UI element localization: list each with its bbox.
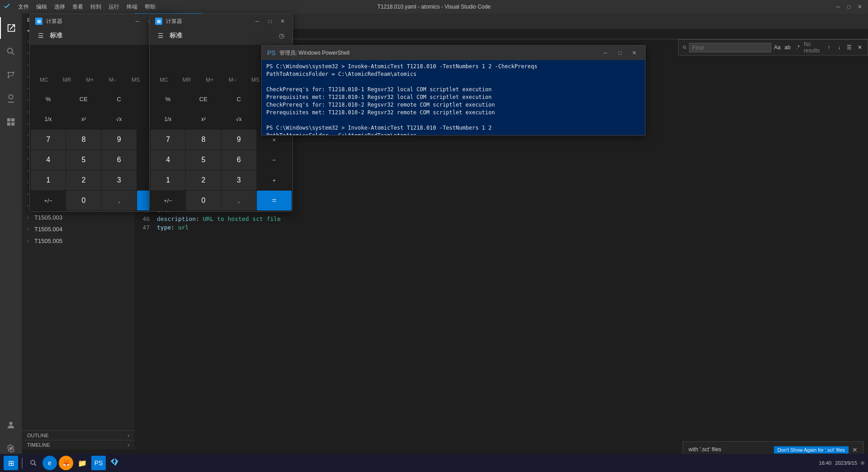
calc1-mplus[interactable]: M+ — [79, 74, 100, 86]
calc2-square[interactable]: x² — [186, 109, 221, 129]
calc1-7[interactable]: 7 — [31, 130, 66, 150]
timeline-header[interactable]: TIMELINE › — [22, 440, 135, 449]
tree-item-T1505004[interactable]: ›T1505.004 — [22, 224, 135, 235]
calc2-4[interactable]: 4 — [151, 150, 185, 170]
find-case-sensitive[interactable]: Aa — [773, 42, 782, 52]
calc1-mc[interactable]: MC — [33, 74, 55, 86]
taskbar-search[interactable] — [26, 456, 41, 470]
notification-action[interactable]: Don't Show Again for '.sct' files — [774, 446, 849, 453]
calc1-1[interactable]: 1 — [31, 170, 66, 190]
calc2-close[interactable]: ✕ — [278, 17, 287, 26]
notification-close[interactable]: ✕ — [852, 446, 858, 453]
outline-chevron[interactable]: › — [127, 433, 129, 438]
calc2-decimal[interactable]: . — [222, 191, 256, 210]
calc2-minus[interactable]: − — [257, 150, 292, 170]
calc2-6[interactable]: 6 — [222, 150, 256, 170]
calc1-percent[interactable]: % — [31, 89, 66, 109]
calc1-square[interactable]: x² — [66, 109, 101, 129]
calc1-9[interactable]: 9 — [102, 130, 137, 150]
calc2-equals[interactable]: = — [257, 191, 292, 210]
taskbar-firefox[interactable]: 🦊 — [59, 456, 73, 470]
tree-item-T1505005[interactable]: ›T1505.005 — [22, 235, 135, 247]
activity-debug[interactable] — [0, 88, 22, 109]
activity-git[interactable] — [0, 64, 22, 86]
calc1-menu-btn[interactable]: ☰ — [35, 30, 46, 41]
calc1-ce[interactable]: CE — [66, 89, 101, 109]
menu-terminal[interactable]: 终端 — [123, 0, 141, 14]
calc2-9[interactable]: 9 — [222, 130, 256, 150]
find-regex[interactable]: .* — [793, 42, 802, 52]
calc1-6[interactable]: 6 — [102, 150, 137, 170]
calc2-0[interactable]: 0 — [186, 191, 221, 210]
activity-extensions[interactable] — [0, 111, 22, 133]
calc2-5[interactable]: 5 — [186, 150, 221, 170]
title-bar-menu[interactable]: 文件 编辑 选择 查看 转到 运行 终端 帮助 — [14, 0, 159, 14]
calc2-mr[interactable]: MR — [176, 74, 198, 86]
calc2-plus[interactable]: + — [257, 170, 292, 190]
taskbar-powershell[interactable]: PS — [91, 456, 106, 470]
activity-account[interactable] — [0, 414, 22, 436]
window-controls[interactable]: ─ □ ✕ — [834, 2, 864, 11]
calc2-reciprocal[interactable]: 1/x — [151, 109, 185, 129]
calc1-4[interactable]: 4 — [31, 150, 66, 170]
calc2-3[interactable]: 3 — [222, 170, 256, 190]
find-close[interactable]: ✕ — [855, 42, 864, 52]
win-minimize[interactable]: ─ — [834, 2, 843, 11]
find-whole-word[interactable]: ab — [783, 42, 792, 52]
calc1-0[interactable]: 0 — [66, 191, 101, 210]
calc1-3[interactable]: 3 — [102, 170, 137, 190]
taskbar-files[interactable]: 📁 — [75, 456, 90, 470]
calc1-ms[interactable]: MS — [125, 74, 146, 86]
menu-run[interactable]: 运行 — [105, 0, 123, 14]
calc2-history-icon[interactable]: ◷ — [276, 30, 287, 41]
calc2-mc[interactable]: MC — [153, 74, 175, 86]
ps-minimize[interactable]: ─ — [600, 47, 611, 58]
calc1-5[interactable]: 5 — [66, 150, 101, 170]
find-filter[interactable]: ☰ — [845, 42, 854, 52]
taskbar-edge[interactable]: e — [42, 456, 57, 470]
calc2-maximize[interactable]: □ — [265, 17, 274, 26]
calc1-reciprocal[interactable]: 1/x — [31, 109, 66, 129]
calc1-sqrt[interactable]: √x — [102, 109, 137, 129]
outline-header[interactable]: OUTLINE › — [22, 431, 135, 440]
calc2-menu-btn[interactable]: ☰ — [155, 30, 166, 41]
ps-maximize[interactable]: □ — [614, 47, 625, 58]
find-input[interactable] — [689, 43, 771, 52]
win-close[interactable]: ✕ — [855, 2, 864, 11]
menu-file[interactable]: 文件 — [14, 0, 33, 14]
calc1-minimize[interactable]: ─ — [133, 17, 142, 26]
calc1-mr[interactable]: MR — [57, 74, 78, 86]
menu-help[interactable]: 帮助 — [141, 0, 159, 14]
ps-close[interactable]: ✕ — [629, 47, 640, 58]
calc1-mminus[interactable]: M− — [102, 74, 123, 86]
calc1-c[interactable]: C — [102, 89, 137, 109]
menu-selection[interactable]: 选择 — [51, 0, 69, 14]
calc2-ce[interactable]: CE — [186, 89, 221, 109]
calc2-minimize[interactable]: ─ — [253, 17, 262, 26]
calc1-decimal[interactable]: . — [102, 191, 137, 210]
taskbar-vscode[interactable] — [108, 456, 122, 470]
calc2-percent[interactable]: % — [151, 89, 185, 109]
calc1-negate[interactable]: +/− — [31, 191, 66, 210]
calc2-sqrt[interactable]: √x — [222, 109, 256, 129]
tree-item-T1505003[interactable]: ›T1505.003 — [22, 212, 135, 224]
calc2-c[interactable]: C — [222, 89, 256, 109]
menu-view[interactable]: 查看 — [69, 0, 87, 14]
menu-edit[interactable]: 编辑 — [33, 0, 51, 14]
calc1-2[interactable]: 2 — [66, 170, 101, 190]
find-prev[interactable]: ↑ — [825, 42, 833, 52]
activity-explorer[interactable] — [0, 17, 22, 39]
taskbar-start[interactable]: ⊞ — [4, 456, 18, 470]
calc2-mplus[interactable]: M+ — [199, 74, 220, 86]
calc2-7[interactable]: 7 — [151, 130, 185, 150]
calc2-negate[interactable]: +/− — [151, 191, 185, 210]
menu-go[interactable]: 转到 — [87, 0, 105, 14]
calc2-8[interactable]: 8 — [186, 130, 221, 150]
timeline-chevron[interactable]: › — [127, 442, 129, 448]
calc2-mminus[interactable]: M− — [222, 74, 243, 86]
find-next[interactable]: ↓ — [835, 42, 844, 52]
activity-search[interactable] — [0, 41, 22, 62]
win-maximize[interactable]: □ — [844, 2, 854, 11]
calc2-2[interactable]: 2 — [186, 170, 221, 190]
calc1-8[interactable]: 8 — [66, 130, 101, 150]
